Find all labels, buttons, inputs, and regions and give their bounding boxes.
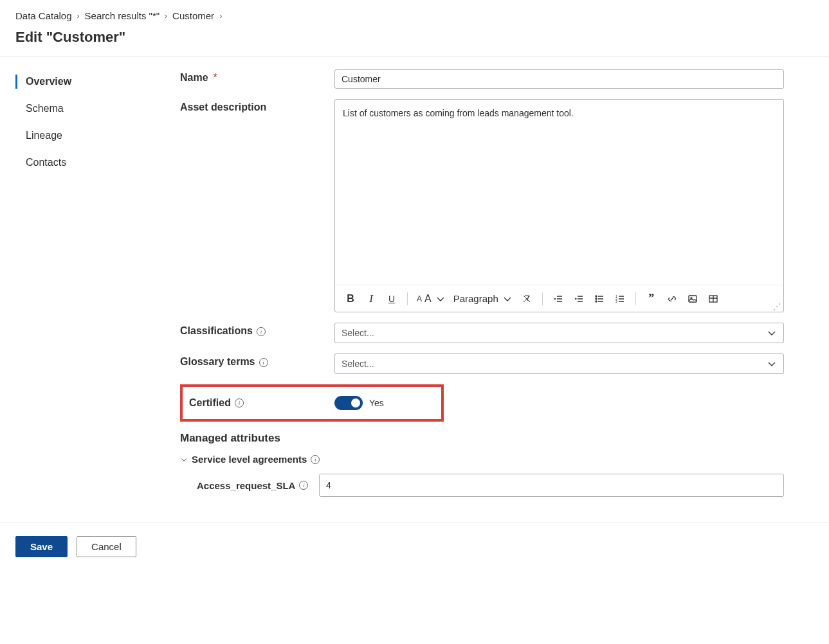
info-icon[interactable]: i <box>235 398 244 407</box>
access-sla-label: Access_request_SLA i <box>180 480 319 491</box>
outdent-button[interactable] <box>549 290 567 308</box>
expander-label: Service level agreements <box>192 454 307 465</box>
toolbar-separator <box>542 292 543 305</box>
info-icon[interactable]: i <box>257 327 266 336</box>
chevron-right-icon: › <box>77 12 80 21</box>
quote-button[interactable]: ” <box>642 290 660 308</box>
chevron-down-icon <box>502 294 513 304</box>
breadcrumb-item[interactable]: Search results "*" <box>85 10 160 21</box>
toolbar-separator <box>635 292 636 305</box>
numbered-list-button[interactable]: 123 <box>611 290 629 308</box>
svg-point-2 <box>596 301 597 302</box>
chevron-down-icon <box>767 328 777 338</box>
svg-rect-6 <box>689 296 697 302</box>
sidebar-item-lineage[interactable]: Lineage <box>15 123 154 148</box>
chevron-right-icon: › <box>165 12 167 21</box>
classifications-label: Classifications i <box>180 323 334 343</box>
label-text: Name <box>180 72 208 84</box>
underline-button[interactable]: U <box>383 290 401 308</box>
access-sla-input[interactable] <box>319 474 784 497</box>
paragraph-style-dropdown[interactable]: Paragraph <box>451 293 515 304</box>
rich-text-editor: List of customers as coming from leads m… <box>334 99 784 312</box>
certified-row-highlighted: Certified i Yes <box>180 384 444 422</box>
sidebar-item-schema[interactable]: Schema <box>15 96 154 121</box>
chevron-down-icon <box>435 294 446 304</box>
breadcrumb: Data Catalog › Search results "*" › Cust… <box>0 0 829 26</box>
resize-handle[interactable]: ⋰ <box>773 303 781 310</box>
toolbar-separator <box>407 292 408 305</box>
cancel-button[interactable]: Cancel <box>77 536 136 557</box>
table-button[interactable] <box>704 290 722 308</box>
certified-value: Yes <box>369 398 384 408</box>
svg-point-0 <box>596 296 597 297</box>
certified-toggle[interactable] <box>334 396 363 410</box>
italic-button[interactable]: I <box>362 290 380 308</box>
chevron-right-icon: › <box>219 12 222 21</box>
svg-text:3: 3 <box>615 300 617 303</box>
svg-point-1 <box>596 298 597 300</box>
glossary-label: Glossary terms i <box>180 353 334 374</box>
name-label: Name* <box>180 69 334 89</box>
breadcrumb-item[interactable]: Data Catalog <box>15 10 72 21</box>
certified-label: Certified i <box>189 397 334 409</box>
info-icon[interactable]: i <box>311 455 320 464</box>
clear-format-button[interactable] <box>518 290 536 308</box>
rich-text-toolbar: B I U AA Paragraph <box>335 285 783 312</box>
sidebar-item-overview[interactable]: Overview <box>15 69 154 94</box>
glossary-select[interactable]: Select... <box>334 353 784 374</box>
select-placeholder: Select... <box>342 359 374 369</box>
managed-attributes-heading: Managed attributes <box>180 432 784 445</box>
label-text: Access_request_SLA <box>197 480 295 491</box>
label-text: Asset description <box>180 102 266 113</box>
label-text: Classifications <box>180 325 253 337</box>
footer-actions: Save Cancel <box>0 523 829 570</box>
info-icon[interactable]: i <box>299 481 308 490</box>
label-text: Certified <box>189 397 231 409</box>
description-label: Asset description <box>180 99 334 312</box>
label-text: Glossary terms <box>180 356 255 368</box>
sidebar: Overview Schema Lineage Contacts <box>0 57 154 523</box>
required-asterisk: * <box>214 72 217 84</box>
info-icon[interactable]: i <box>259 358 268 367</box>
font-size-dropdown[interactable]: AA <box>414 293 448 305</box>
link-button[interactable] <box>663 290 681 308</box>
image-button[interactable] <box>684 290 702 308</box>
bullet-list-button[interactable] <box>590 290 608 308</box>
form-panel: Name* Asset description List of customer… <box>154 57 829 523</box>
bold-button[interactable]: B <box>342 290 360 308</box>
chevron-down-icon <box>180 456 188 463</box>
sidebar-item-contacts[interactable]: Contacts <box>15 150 154 175</box>
name-input[interactable] <box>334 69 784 89</box>
select-placeholder: Select... <box>342 328 374 338</box>
chevron-down-icon <box>767 359 777 369</box>
indent-button[interactable] <box>570 290 588 308</box>
save-button[interactable]: Save <box>15 536 68 557</box>
sla-group-expander[interactable]: Service level agreements i <box>180 454 784 465</box>
page-title: Edit "Customer" <box>0 26 829 56</box>
classifications-select[interactable]: Select... <box>334 323 784 343</box>
breadcrumb-item[interactable]: Customer <box>172 10 214 21</box>
description-textarea[interactable]: List of customers as coming from leads m… <box>335 100 783 285</box>
toggle-knob <box>351 398 360 407</box>
paragraph-label: Paragraph <box>453 293 498 304</box>
